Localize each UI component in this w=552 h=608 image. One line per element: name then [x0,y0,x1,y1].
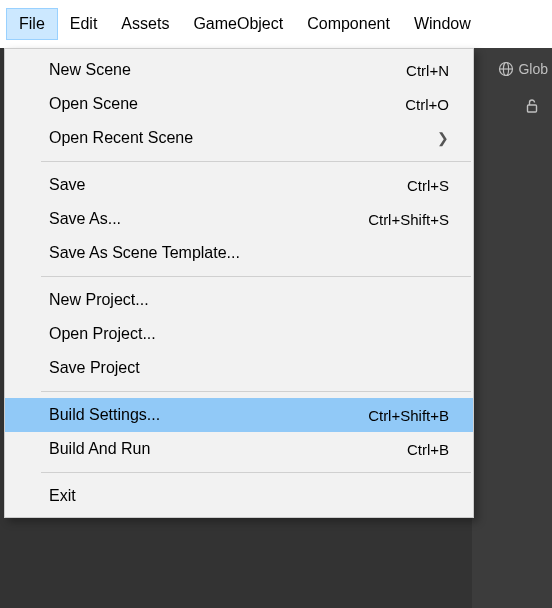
menubar-assets[interactable]: Assets [109,9,181,39]
menu-separator [41,276,471,277]
menu-open-scene[interactable]: Open SceneCtrl+O [5,87,473,121]
menu-item-label: New Scene [49,61,131,79]
menu-item-label: Build And Run [49,440,150,458]
menu-separator [41,391,471,392]
menu-item-shortcut: Ctrl+S [407,177,449,194]
menubar-file[interactable]: File [6,8,58,40]
menu-save-project[interactable]: Save Project [5,351,473,385]
globe-icon [498,61,514,77]
menu-item-label: Open Project... [49,325,156,343]
menu-item-shortcut: Ctrl+Shift+B [368,407,449,424]
menu-item-label: Save [49,176,85,194]
menu-open-recent-scene[interactable]: Open Recent Scene❯ [5,121,473,155]
lock-icon[interactable] [524,98,540,118]
menu-item-shortcut: Ctrl+O [405,96,449,113]
menu-save[interactable]: SaveCtrl+S [5,168,473,202]
svg-rect-3 [528,105,537,112]
menu-item-label: Open Scene [49,95,138,113]
menu-item-label: Save As... [49,210,121,228]
menu-item-label: Save Project [49,359,140,377]
menu-item-label: Open Recent Scene [49,129,193,147]
menu-open-project[interactable]: Open Project... [5,317,473,351]
global-label: Glob [518,61,548,77]
menu-item-shortcut: Ctrl+N [406,62,449,79]
menu-item-label: Exit [49,487,76,505]
menu-separator [41,472,471,473]
menu-exit[interactable]: Exit [5,479,473,513]
menu-save-as-scene-template[interactable]: Save As Scene Template... [5,236,473,270]
menu-build-and-run[interactable]: Build And RunCtrl+B [5,432,473,466]
menu-item-label: New Project... [49,291,149,309]
menu-build-settings[interactable]: Build Settings...Ctrl+Shift+B [5,398,473,432]
menubar-window[interactable]: Window [402,9,483,39]
file-dropdown: New SceneCtrl+NOpen SceneCtrl+OOpen Rece… [4,48,474,518]
menubar-gameobject[interactable]: GameObject [181,9,295,39]
menu-separator [41,161,471,162]
menu-item-label: Build Settings... [49,406,160,424]
global-toggle[interactable]: Glob [494,55,552,83]
menubar-edit[interactable]: Edit [58,9,110,39]
chevron-right-icon: ❯ [437,130,449,146]
menu-item-label: Save As Scene Template... [49,244,240,262]
menubar: FileEditAssetsGameObjectComponentWindow [0,0,552,48]
menu-new-project[interactable]: New Project... [5,283,473,317]
menu-new-scene[interactable]: New SceneCtrl+N [5,53,473,87]
right-toolbar-strip [472,48,552,608]
menu-item-shortcut: Ctrl+Shift+S [368,211,449,228]
menu-item-shortcut: Ctrl+B [407,441,449,458]
menu-save-as[interactable]: Save As...Ctrl+Shift+S [5,202,473,236]
menubar-component[interactable]: Component [295,9,402,39]
